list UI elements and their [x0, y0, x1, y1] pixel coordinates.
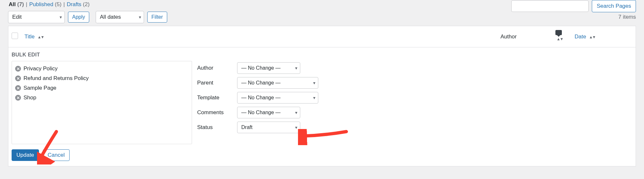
sort-icon: ▲▼: [557, 37, 563, 41]
template-select[interactable]: — No Change — ▾: [237, 92, 318, 104]
filter-all[interactable]: All (7): [9, 1, 24, 8]
parent-select[interactable]: — No Change — ▾: [237, 77, 318, 89]
date-filter-value: All dates: [100, 14, 121, 20]
chevron-down-icon: ▾: [313, 80, 315, 85]
column-title[interactable]: Title ▲▼: [21, 26, 497, 47]
remove-icon[interactable]: ✕: [15, 85, 21, 91]
template-label: Template: [197, 94, 233, 101]
date-filter-select[interactable]: All dates ▾: [96, 11, 144, 23]
bulk-title-label: Shop: [24, 94, 36, 101]
cancel-button[interactable]: Cancel: [43, 149, 70, 161]
column-author-label: Author: [501, 34, 517, 40]
sort-icon: ▲▼: [589, 35, 595, 39]
comments-select[interactable]: — No Change — ▾: [237, 107, 300, 118]
column-comments[interactable]: ▲▼: [552, 26, 572, 47]
filter-drafts-label: Drafts: [67, 1, 81, 7]
remove-icon[interactable]: ✕: [15, 95, 21, 101]
column-author: Author: [497, 26, 552, 47]
parent-select-value: — No Change —: [241, 80, 281, 86]
parent-label: Parent: [197, 80, 233, 86]
chevron-down-icon: ▾: [295, 125, 297, 130]
status-label: Status: [197, 124, 233, 131]
search-pages-button[interactable]: Search Pages: [592, 0, 636, 12]
author-label: Author: [197, 65, 233, 71]
status-select[interactable]: Draft ▾: [237, 122, 300, 133]
bulk-title-label: Refund and Returns Policy: [24, 75, 89, 82]
column-title-label: Title: [24, 34, 35, 40]
chevron-down-icon: ▾: [313, 95, 315, 100]
comments-select-value: — No Change —: [241, 110, 281, 115]
bulk-title-item: ✕ Shop: [15, 93, 188, 103]
chevron-down-icon: ▾: [60, 15, 62, 20]
filter-published[interactable]: Published (5): [29, 1, 62, 8]
bulk-titles-box: ✕ Privacy Policy ✕ Refund and Returns Po…: [12, 61, 192, 144]
separator: |: [63, 1, 65, 8]
filter-button[interactable]: Filter: [147, 12, 167, 23]
author-select[interactable]: — No Change — ▾: [237, 62, 300, 74]
update-button[interactable]: Update: [12, 149, 39, 161]
column-date[interactable]: Date ▲▼: [572, 26, 636, 47]
search-input[interactable]: [511, 0, 589, 12]
chevron-down-icon: ▾: [139, 15, 141, 20]
filter-all-count: (7): [17, 1, 24, 7]
column-date-label: Date: [575, 34, 586, 40]
apply-button[interactable]: Apply: [68, 12, 89, 23]
filter-all-label: All: [9, 1, 16, 7]
remove-icon[interactable]: ✕: [15, 75, 21, 81]
bulk-title-item: ✕ Privacy Policy: [15, 64, 188, 74]
author-select-value: — No Change —: [241, 65, 281, 71]
pages-table: Title ▲▼ Author ▲▼ Date ▲▼ BULK E: [8, 26, 636, 166]
filter-drafts-count: (2): [83, 1, 90, 7]
select-all-checkbox[interactable]: [12, 33, 18, 39]
bulk-action-select[interactable]: Edit ▾: [8, 11, 65, 23]
bulk-title-label: Sample Page: [24, 85, 56, 91]
template-select-value: — No Change —: [241, 95, 281, 101]
chevron-down-icon: ▾: [295, 65, 297, 71]
separator: |: [26, 1, 27, 8]
comment-bubble-icon: [555, 30, 562, 35]
comments-label: Comments: [197, 109, 233, 116]
sort-icon: ▲▼: [37, 35, 44, 39]
items-count: 7 items: [618, 14, 636, 20]
bulk-title-label: Privacy Policy: [24, 65, 58, 72]
select-all-header: [8, 26, 22, 47]
bulk-title-item: ✕ Refund and Returns Policy: [15, 74, 188, 83]
filter-published-count: (5): [55, 1, 62, 7]
chevron-down-icon: ▾: [295, 110, 297, 115]
remove-icon[interactable]: ✕: [15, 66, 21, 72]
bulk-title-item: ✕ Sample Page: [15, 83, 188, 93]
bulk-action-value: Edit: [12, 14, 22, 20]
bulk-edit-legend: BULK EDIT: [12, 52, 632, 58]
filter-published-label: Published: [29, 1, 53, 7]
filter-drafts[interactable]: Drafts (2): [67, 1, 90, 8]
status-select-value: Draft: [241, 124, 253, 130]
